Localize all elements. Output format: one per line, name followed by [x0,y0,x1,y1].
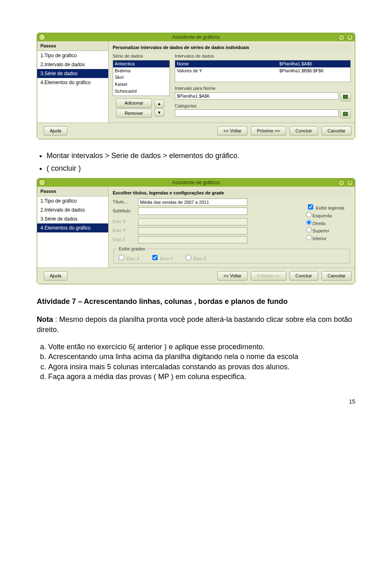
chart-subtitle-input[interactable] [138,208,247,215]
step-2[interactable]: 2.Intervalo de dados [37,205,108,214]
range-value: $Planilha1.$B$6:$F$6 [278,67,350,74]
panel-heading: Escolher títulos, legendas e configuraçõ… [113,189,351,199]
shrink-icon[interactable] [340,109,351,118]
help-button[interactable]: Ajuda [44,271,67,281]
finish-button[interactable]: Concluir [290,126,318,136]
grid-z-checkbox[interactable] [186,255,191,260]
cancel-button[interactable]: Cancelar [321,126,352,136]
chart-wizard-step3: Assistente de gráficos – × Passos 1.Tipo… [37,33,355,139]
page-number: 15 [37,398,355,406]
grid-x-checkbox[interactable] [119,255,124,260]
checkbox-label: Eixo Y [160,256,173,261]
title-label: Título... [113,199,138,205]
activity-steps: Volte então no exercício 6( anterior ) e… [37,342,355,382]
show-grids-group: Exibir grades Eixo X Eixo Y Eixo Z [114,246,350,264]
checkbox-label: Eixo X [127,256,140,261]
categories-input[interactable] [175,109,339,117]
axis-y-label: Eixo Y [113,228,138,234]
grid-y-checkbox[interactable] [152,255,158,260]
series-item[interactable]: Skol [113,74,169,81]
next-button: Próximo >> [251,271,286,281]
cancel-button[interactable]: Cancelar [321,271,352,281]
window-title: Assistente de gráficos [172,34,220,40]
legend-panel: Exibir legenda Esquerda Direita Superior… [306,203,344,243]
series-label: Série de dados [113,53,170,59]
radio-label: Direita [312,221,325,226]
step-1[interactable]: 1.Tipo de gráfico [37,51,108,60]
wizard-steps: Passos 1.Tipo de gráfico 2.Intervalo de … [37,187,109,268]
titlebar[interactable]: Assistente de gráficos – × [37,33,355,41]
interval-name-label: Intervalo para Nome [175,85,351,91]
close-icon[interactable]: × [347,34,353,41]
range-value: $Planilha1.$A$6 [278,60,350,67]
shrink-icon[interactable] [340,92,351,101]
step-3[interactable]: 3.Série de dados [37,69,108,78]
wizard-steps: Passos 1.Tipo de gráfico 2.Intervalo de … [37,41,109,123]
next-button[interactable]: Próximo >> [251,126,286,136]
axis-x-label: Eixo X [113,219,138,225]
note-text: : Mesmo depois da planilha pronta você p… [37,315,352,333]
add-button[interactable]: Adicionar [116,98,152,108]
series-listbox[interactable]: Antarctica Brahma Skol Kaiser Schincario… [113,60,170,96]
instruction: ( concluir ) [47,163,355,173]
help-button[interactable]: Ajuda [44,126,67,136]
remove-button[interactable]: Remover [116,109,152,118]
step-4[interactable]: 4.Elementos do gráfico [37,223,108,232]
chart-title-input[interactable] [138,199,247,206]
series-item[interactable]: Schincariol [113,88,169,95]
radio-label: Esquerda [312,213,332,218]
axis-z-label: Eixo Z [113,237,138,243]
note-paragraph: Nota : Mesmo depois da planilha pronta v… [37,315,355,335]
ranges-label: Intervalos de dados [175,53,351,59]
back-button[interactable]: << Voltar [217,271,247,281]
range-key: Valores de Y [175,67,278,74]
axis-x-input[interactable] [138,218,247,225]
note-label: Nota [37,315,53,324]
window-icon [39,34,45,40]
list-item: Volte então no exercício 6( anterior ) e… [48,342,355,352]
close-icon[interactable]: × [347,180,353,186]
activity-title: Atividade 7 – Acrescentando linhas, colu… [37,297,355,306]
step-4[interactable]: 4.Elementos do gráfico [37,78,108,87]
window-title: Assistente de gráficos [172,180,220,185]
step-2[interactable]: 2.Intervalo de dados [37,60,108,69]
list-item: Acrescentando uma linha acima da planilh… [48,352,355,361]
steps-heading: Passos [37,41,108,51]
legend-bottom-radio[interactable] [306,235,312,240]
show-legend-checkbox[interactable] [308,204,313,210]
list-item: Agora insira mais 5 colunas intercaladas… [48,362,355,372]
axis-y-input[interactable] [138,227,247,234]
series-item[interactable]: Kaiser [113,81,169,88]
steps-heading: Passos [37,187,108,196]
ranges-listbox[interactable]: Nome$Planilha1.$A$6 Valores de Y$Planilh… [175,60,351,82]
list-item: Faça agora a média das provas ( MP ) em … [48,372,355,382]
minimize-icon[interactable]: – [338,34,345,41]
instruction-list: Montar intervalos > Serie de dados > ele… [47,151,355,173]
minimize-icon[interactable]: – [338,180,345,186]
instruction: Montar intervalos > Serie de dados > ele… [47,151,355,161]
range-key: Nome [175,60,278,67]
move-down-icon[interactable]: ▼ [154,109,164,117]
show-legend-label: Exibir legenda [316,205,344,210]
series-item[interactable]: Brahma [113,67,169,74]
move-up-icon[interactable]: ▲ [154,100,164,108]
series-item[interactable]: Antarctica [113,60,169,67]
categories-label: Categorias [175,103,351,109]
chart-wizard-step4: Assistente de gráficos – × Passos 1.Tipo… [37,178,355,284]
panel-heading: Personalizar intervalos de dados de séri… [113,44,351,53]
window-icon [39,179,45,186]
legend-top-radio[interactable] [306,227,312,232]
step-1[interactable]: 1.Tipo de gráfico [37,196,108,205]
legend-right-radio[interactable] [306,220,312,225]
checkbox-label: Eixo Z [194,256,206,261]
legend-left-radio[interactable] [306,212,312,217]
finish-button[interactable]: Concluir [290,271,318,281]
axis-z-input[interactable] [138,236,247,243]
radio-label: Inferior [312,236,326,241]
radio-label: Superior [312,228,330,233]
show-grids-legend: Exibir grades [117,246,147,252]
back-button[interactable]: << Voltar [217,126,247,136]
step-3[interactable]: 3.Série de dados [37,214,108,223]
interval-name-input[interactable] [175,92,339,100]
titlebar[interactable]: Assistente de gráficos – × [37,179,355,187]
